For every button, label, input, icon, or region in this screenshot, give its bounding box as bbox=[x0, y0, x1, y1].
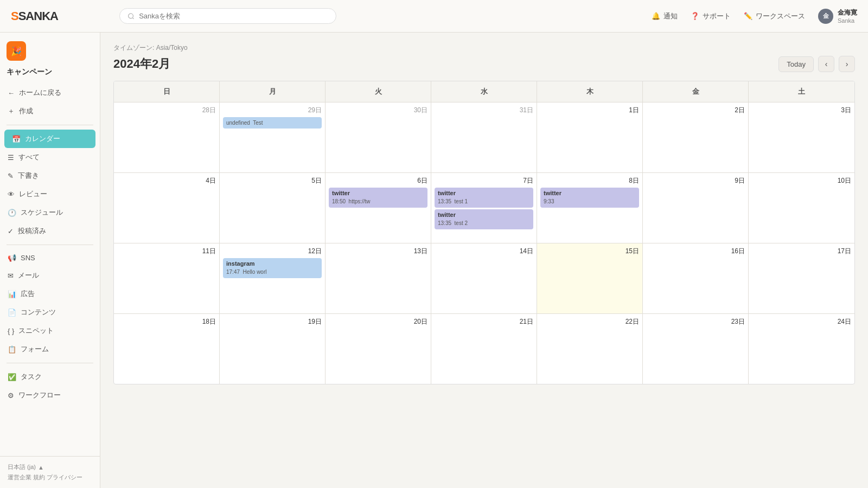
nav-controls: Today ‹ › bbox=[778, 56, 855, 72]
event-platform: twitter bbox=[438, 189, 530, 197]
top-header: SSANKA 🔔 通知 ❓ サポート ✏️ ワークスペース 金 金海寛 Sank… bbox=[0, 0, 868, 33]
sidebar-item-ad[interactable]: 📊 広告 bbox=[0, 285, 100, 303]
calendar-cell-w3-d1[interactable]: 19日 bbox=[220, 314, 326, 384]
calendar-cell-w0-d4[interactable]: 1日 bbox=[537, 102, 643, 172]
sidebar-item-review[interactable]: 👁 レビュー bbox=[0, 185, 100, 203]
calendar-cell-w1-d5[interactable]: 9日 bbox=[643, 173, 749, 243]
today-button[interactable]: Today bbox=[778, 56, 814, 72]
event-platform: twitter bbox=[332, 189, 424, 197]
sidebar-item-draft[interactable]: ✎ 下書き bbox=[0, 166, 100, 185]
day-number: 13日 bbox=[329, 247, 427, 256]
calendar-event[interactable]: twitter13:35 test 1 bbox=[435, 188, 533, 208]
calendar-cell-w0-d5[interactable]: 2日 bbox=[643, 102, 749, 172]
calendar-event[interactable]: twitter13:35 test 2 bbox=[435, 209, 533, 229]
day-number: 8日 bbox=[540, 176, 639, 185]
event-platform: instagram bbox=[226, 260, 318, 268]
sidebar-item-calendar[interactable]: 📅 カレンダー bbox=[4, 130, 95, 148]
chevron-up-icon: ▲ bbox=[38, 464, 44, 471]
sidebar-item-schedule[interactable]: 🕐 スケジュール bbox=[0, 203, 100, 222]
question-icon: ❓ bbox=[691, 12, 699, 20]
calendar-cell-w3-d3[interactable]: 21日 bbox=[431, 314, 537, 384]
event-platform: twitter bbox=[544, 189, 636, 197]
avatar: 金 bbox=[818, 9, 833, 24]
prev-month-button[interactable]: ‹ bbox=[818, 56, 834, 72]
draft-icon: ✎ bbox=[8, 172, 14, 180]
day-number: 1日 bbox=[540, 106, 639, 115]
sidebar-item-all[interactable]: ☰ すべて bbox=[0, 148, 100, 166]
lang-selector[interactable]: 日本語 (ja) ▲ bbox=[8, 463, 92, 471]
app-icon: 🎉 bbox=[7, 41, 26, 61]
sidebar-divider-3 bbox=[7, 363, 93, 363]
sidebar-item-sns[interactable]: 📢 SNS bbox=[0, 249, 100, 266]
day-number: 9日 bbox=[646, 176, 745, 185]
day-header-wed: 水 bbox=[431, 81, 537, 102]
sidebar-item-form[interactable]: 📋 フォーム bbox=[0, 340, 100, 358]
calendar-cell-w1-d0[interactable]: 4日 bbox=[114, 173, 220, 243]
calendar-cell-w1-d6[interactable]: 10日 bbox=[749, 173, 854, 243]
search-input[interactable] bbox=[139, 12, 328, 20]
calendar-cell-w2-d4[interactable]: 15日 bbox=[537, 243, 643, 313]
calendar-cell-w2-d0[interactable]: 11日 bbox=[114, 243, 220, 313]
footer-link-terms[interactable]: 規約 bbox=[33, 474, 45, 480]
calendar-cell-w0-d3[interactable]: 31日 bbox=[431, 102, 537, 172]
footer-link-company[interactable]: 運営企業 bbox=[8, 474, 31, 480]
calendar-cell-w2-d2[interactable]: 13日 bbox=[326, 243, 431, 313]
mail-icon: ✉ bbox=[8, 272, 14, 280]
calendar-cell-w2-d3[interactable]: 14日 bbox=[431, 243, 537, 313]
calendar-icon: 📅 bbox=[12, 135, 21, 143]
sidebar-item-posted[interactable]: ✓ 投稿済み bbox=[0, 222, 100, 240]
calendar-cell-w1-d4[interactable]: 8日twitter9:33 bbox=[537, 173, 643, 243]
day-number: 22日 bbox=[540, 317, 639, 326]
sidebar-create[interactable]: ＋ 作成 bbox=[0, 102, 100, 120]
support-button[interactable]: ❓ サポート bbox=[691, 11, 731, 21]
calendar-cell-w1-d2[interactable]: 6日twitter18:50 https://tw bbox=[326, 173, 431, 243]
header-right: 🔔 通知 ❓ サポート ✏️ ワークスペース 金 金海寛 Sanka bbox=[652, 8, 857, 24]
calendar-cell-w3-d6[interactable]: 24日 bbox=[749, 314, 854, 384]
calendar-event[interactable]: twitter18:50 https://tw bbox=[329, 188, 427, 208]
footer-link-privacy[interactable]: プライバシー bbox=[47, 474, 82, 480]
sidebar-item-mail[interactable]: ✉ メール bbox=[0, 266, 100, 285]
sidebar-item-content[interactable]: 📄 コンテンツ bbox=[0, 303, 100, 322]
calendar-cell-w0-d2[interactable]: 30日 bbox=[326, 102, 431, 172]
next-month-button[interactable]: › bbox=[839, 56, 855, 72]
calendar-cell-w1-d1[interactable]: 5日 bbox=[220, 173, 326, 243]
sidebar-back[interactable]: ← ホームに戻る bbox=[0, 84, 100, 102]
calendar-cell-w0-d1[interactable]: 29日undefined Test bbox=[220, 102, 326, 172]
timezone-label: タイムゾーン: Asia/Tokyo bbox=[113, 43, 855, 53]
day-header-thu: 木 bbox=[537, 81, 643, 102]
calendar-cell-w2-d6[interactable]: 17日 bbox=[749, 243, 854, 313]
calendar-event[interactable]: undefined Test bbox=[223, 117, 322, 129]
form-icon: 📋 bbox=[8, 345, 16, 354]
calendar-cell-w0-d6[interactable]: 3日 bbox=[749, 102, 854, 172]
day-number: 12日 bbox=[223, 247, 322, 256]
calendar-event[interactable]: twitter9:33 bbox=[540, 188, 639, 208]
sidebar-item-workflow[interactable]: ⚙ ワークフロー bbox=[0, 386, 100, 404]
calendar-cell-w3-d4[interactable]: 22日 bbox=[537, 314, 643, 384]
calendar-header-row: 日 月 火 水 木 金 土 bbox=[114, 81, 854, 102]
calendar-cell-w1-d3[interactable]: 7日twitter13:35 test 1twitter13:35 test 2 bbox=[431, 173, 537, 243]
event-time: 13:35 test 2 bbox=[438, 220, 468, 226]
sidebar-footer: 日本語 (ja) ▲ 運営企業 規約 プライバシー bbox=[0, 456, 100, 488]
calendar-cell-w3-d5[interactable]: 23日 bbox=[643, 314, 749, 384]
calendar-cell-w2-d1[interactable]: 12日instagram17:47 Hello worl bbox=[220, 243, 326, 313]
content-icon: 📄 bbox=[8, 309, 16, 317]
day-number: 15日 bbox=[540, 247, 639, 256]
snippet-icon: { } bbox=[8, 327, 14, 335]
calendar-event[interactable]: instagram17:47 Hello worl bbox=[223, 258, 322, 278]
workspace-button[interactable]: ✏️ ワークスペース bbox=[744, 11, 805, 21]
footer-links: 運営企業 規約 プライバシー bbox=[8, 473, 92, 481]
day-number: 17日 bbox=[752, 247, 851, 256]
calendar-cell-w3-d0[interactable]: 18日 bbox=[114, 314, 220, 384]
workflow-icon: ⚙ bbox=[8, 391, 14, 400]
user-menu[interactable]: 金 金海寛 Sanka bbox=[818, 8, 857, 24]
sns-icon: 📢 bbox=[8, 254, 16, 262]
notification-button[interactable]: 🔔 通知 bbox=[652, 11, 678, 21]
calendar-cell-w0-d0[interactable]: 28日 bbox=[114, 102, 220, 172]
sidebar-item-task[interactable]: ✅ タスク bbox=[0, 368, 100, 386]
day-number: 5日 bbox=[223, 176, 322, 185]
calendar-cell-w2-d5[interactable]: 16日 bbox=[643, 243, 749, 313]
review-icon: 👁 bbox=[8, 190, 15, 198]
day-number: 28日 bbox=[117, 106, 216, 115]
calendar-cell-w3-d2[interactable]: 20日 bbox=[326, 314, 431, 384]
sidebar-item-snippet[interactable]: { } スニペット bbox=[0, 322, 100, 340]
